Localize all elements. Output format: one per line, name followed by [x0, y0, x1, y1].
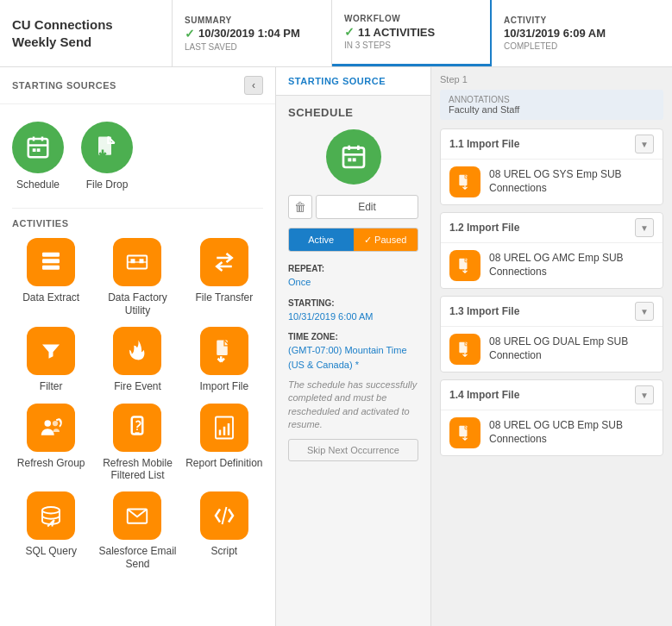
fire-event-label: Fire Event [114, 380, 161, 392]
activity-script[interactable]: Script [185, 491, 263, 570]
import-card-header: 1.1 Import File ▼ [441, 129, 663, 160]
extract-svg-icon [38, 249, 64, 275]
import-card-dropdown-button[interactable]: ▼ [635, 385, 654, 404]
import-card-dropdown-button[interactable]: ▼ [635, 218, 654, 237]
import-card-title: 1.1 Import File [449, 138, 519, 150]
source-items: Schedule File Drop [12, 113, 263, 203]
workflow-steps: IN 3 STEPS [344, 41, 478, 50]
summary-label: SUMMARY [185, 16, 319, 25]
header-activity-section: ACTIVITY 10/31/2019 6:09 AM COMPLETED [492, 0, 672, 66]
sources-section: Schedule File Drop [0, 104, 275, 208]
activity-sql-query[interactable]: SQL Query [12, 491, 90, 570]
activity-refresh-group[interactable]: Refresh Group [12, 404, 90, 482]
summary-date-value: 10/30/2019 1:04 PM [198, 27, 300, 40]
import-file-name: 08 UREL OG DUAL Emp SUB Connection [489, 335, 654, 362]
svg-point-15 [45, 420, 52, 427]
report-svg-icon [211, 415, 237, 441]
svg-rect-35 [459, 342, 467, 354]
workflow-activities: ✓ 11 ACTIVITIES [344, 25, 478, 39]
import-card-dropdown-button[interactable]: ▼ [635, 302, 654, 321]
activity-fire-event[interactable]: Fire Event [98, 327, 176, 392]
source-item-schedule[interactable]: Schedule [12, 122, 64, 191]
starting-source-tab: STARTING SOURCE [276, 67, 430, 96]
activity-report-definition[interactable]: Report Definition [185, 404, 263, 482]
svg-point-24 [42, 507, 60, 514]
import-card-title: 1.2 Import File [449, 222, 519, 234]
sql-query-icon [27, 491, 75, 540]
import-svg-icon [211, 338, 237, 364]
fire-event-icon [113, 327, 161, 375]
import-card-body: 08 UREL OG DUAL Emp SUB Connection [441, 327, 663, 372]
starting-label: STARTING: [288, 297, 418, 310]
active-toggle[interactable]: Active [289, 228, 354, 251]
summary-date: ✓ 10/30/2019 1:04 PM [185, 27, 319, 41]
svg-rect-8 [42, 260, 60, 264]
main-content: STARTING SOURCES ‹ Schedule File Drop [0, 67, 672, 626]
svg-rect-9 [42, 266, 60, 270]
refresh-group-icon [27, 404, 75, 452]
right-panel: Step 1 ANNOTATIONS Faculty and Staff 1.1… [431, 67, 672, 626]
activity-salesforce-email[interactable]: Salesforce Email Send [98, 491, 176, 570]
annotations-value: Faculty and Staff [449, 104, 655, 115]
import-body-svg [456, 341, 474, 358]
annotations-row: ANNOTATIONS Faculty and Staff [440, 90, 663, 120]
workflow-label: WORKFLOW [344, 14, 478, 23]
file-transfer-label: File Transfer [195, 291, 253, 304]
timezone-block: TIME ZONE: (GMT-07:00) Mountain Time (US… [288, 330, 418, 372]
import-card: 1.4 Import File ▼ 08 UREL OG UCB Emp SUB… [440, 379, 663, 456]
toggle-row: Active ✓ Paused [288, 228, 418, 252]
starting-value: 10/31/2019 6:00 AM [288, 310, 418, 324]
left-sidebar: STARTING SOURCES ‹ Schedule File Drop [0, 67, 276, 626]
delete-schedule-button[interactable]: 🗑 [288, 195, 312, 219]
skip-next-occurrence-button[interactable]: Skip Next Occurrence [288, 439, 418, 461]
schedule-panel: SCHEDULE 🗑 Edit Active ✓ Paused REPEA [276, 96, 430, 472]
import-card-header: 1.3 Import File ▼ [441, 297, 663, 327]
svg-rect-31 [348, 158, 351, 161]
activity-refresh-mobile[interactable]: Refresh Mobile Filtered List [98, 404, 176, 482]
activity-import-file[interactable]: Import File [185, 327, 263, 392]
summary-check-icon: ✓ [185, 27, 195, 41]
data-extract-icon [27, 238, 75, 286]
paused-check: ✓ [364, 235, 372, 246]
edit-row: 🗑 Edit [288, 195, 418, 219]
svg-rect-27 [343, 147, 364, 167]
activity-sub: COMPLETED [504, 41, 660, 51]
activity-data-extract[interactable]: Data Extract [12, 238, 90, 316]
edit-schedule-button[interactable]: Edit [316, 195, 418, 219]
app-header: CU Connections Weekly Send SUMMARY ✓ 10/… [0, 0, 672, 67]
starting-block: STARTING: 10/31/2019 6:00 AM [288, 297, 418, 324]
schedule-message: The schedule has successfully completed … [288, 379, 418, 432]
svg-rect-34 [459, 259, 467, 270]
svg-rect-5 [37, 148, 41, 152]
refresh-mobile-label: Refresh Mobile Filtered List [98, 457, 176, 482]
source-item-file-drop[interactable]: File Drop [81, 122, 133, 191]
svg-rect-36 [459, 426, 467, 437]
report-definition-label: Report Definition [185, 457, 262, 469]
schedule-info: REPEAT: Once STARTING: 10/31/2019 6:00 A… [288, 262, 418, 372]
data-factory-label: Data Factory Utility [98, 291, 176, 316]
activity-filter[interactable]: Filter [12, 327, 90, 392]
script-label: Script [210, 545, 237, 557]
import-file-label: Import File [199, 380, 248, 392]
refresh-group-svg-icon [38, 415, 64, 441]
refresh-mobile-svg-icon [124, 415, 150, 441]
paused-toggle[interactable]: ✓ Paused [354, 228, 418, 251]
import-card: 1.3 Import File ▼ 08 UREL OG DUAL Emp SU… [440, 296, 663, 372]
activity-label: ACTIVITY [504, 16, 660, 25]
middle-panel: STARTING SOURCE SCHEDULE 🗑 Edit Active ✓… [276, 67, 431, 626]
activities-label: ACTIVITIES [12, 218, 69, 228]
import-card-body: 08 UREL OG UCB Emp SUB Connections [441, 410, 663, 455]
paused-label: Paused [374, 235, 406, 245]
import-card: 1.1 Import File ▼ 08 UREL OG SYS Emp SUB… [440, 128, 663, 205]
transfer-svg-icon [211, 249, 237, 275]
import-card-dropdown-button[interactable]: ▼ [635, 135, 654, 153]
annotations-label: ANNOTATIONS [449, 95, 655, 104]
file-transfer-icon [200, 238, 248, 286]
collapse-button[interactable]: ‹ [244, 76, 263, 95]
filter-label: Filter [40, 380, 63, 392]
svg-rect-17 [132, 416, 143, 434]
activity-file-transfer[interactable]: File Transfer [185, 238, 263, 316]
activity-data-factory[interactable]: Data Factory Utility [98, 238, 176, 316]
import-files-list: 1.1 Import File ▼ 08 UREL OG SYS Emp SUB… [440, 128, 663, 456]
report-definition-icon [200, 404, 248, 452]
